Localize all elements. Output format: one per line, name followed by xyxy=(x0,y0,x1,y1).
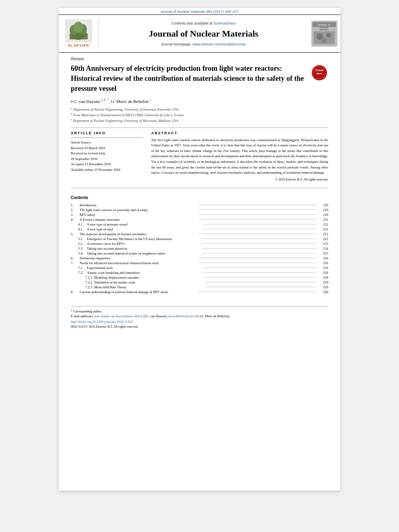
affiliation-b-text: Unité Matériaux et Transformation (UMET)… xyxy=(73,113,184,117)
affiliations: a Department of Nuclear Engineering, Uni… xyxy=(71,107,328,122)
toc-page: 212 xyxy=(318,237,328,241)
toc-number: 7. xyxy=(71,261,80,265)
sciencedirect-link[interactable]: ScienceDirect xyxy=(214,21,236,25)
svg-point-4 xyxy=(74,22,83,33)
toc-item: 1.Introduction210 xyxy=(71,203,328,207)
toc-item: 4.A French company innovates211 xyxy=(71,218,328,222)
toc-number: 5.2. xyxy=(78,242,87,246)
toc-item: 7.2.Atomic scale modeling and simulation… xyxy=(71,271,328,275)
email1-author: (J.C. van Duysen), xyxy=(143,314,167,318)
toc-label: RPV safety xyxy=(80,213,197,217)
toc-label: Atomic scale modeling and simulation xyxy=(87,271,201,275)
email-label: E-mail addresses: xyxy=(71,314,94,318)
footer-section: * Corresponding author. E-mail addresses… xyxy=(71,306,328,329)
toc-number: 7.2.3. xyxy=(85,285,94,289)
crossmark-badge: Cross Mark xyxy=(310,64,328,82)
email2-link[interactable]: mericdebelle@wisc.edu xyxy=(168,314,199,318)
toc-item: 4.1.A new type of pressure vessel211 xyxy=(71,222,328,226)
article-history-dates: Received 23 March 2016 Received in revis… xyxy=(71,146,143,173)
toc-dots xyxy=(199,210,317,210)
journal-logo-image: JOURNAL OF NUCLEAR MATERIALS xyxy=(311,21,337,47)
article-title-text: 60th Anniversary of electricity producti… xyxy=(71,64,304,92)
toc-number: 5. xyxy=(71,232,80,236)
article-history-label: Article history: xyxy=(71,140,143,144)
svg-text:Mark: Mark xyxy=(316,72,322,75)
affiliation-a: a Department of Nuclear Engineering, Uni… xyxy=(71,107,328,111)
toc-number: 1. xyxy=(71,203,80,207)
homepage-link[interactable]: www.elsevier.com/locate/jnucmat xyxy=(193,42,246,46)
toc-item: 5.1.Emergence of Fracture Mechanics in t… xyxy=(71,237,328,241)
copyright-line: © 2016 Elsevier B.V. All rights reserved… xyxy=(151,178,328,181)
contents-available-text: Contents lists available at ScienceDirec… xyxy=(171,21,236,25)
toc-number: 7.2.1. xyxy=(85,275,94,279)
toc-page: 218 xyxy=(318,271,328,275)
toc-item: 5.The stepwise development of fracture m… xyxy=(71,232,328,236)
toc-dots xyxy=(199,214,317,215)
toc-number: 7.1. xyxy=(78,266,87,270)
article-info-panel: ARTICLE INFO Article history: Received 2… xyxy=(71,131,143,181)
svg-point-13 xyxy=(321,38,327,43)
toc-item: 5.2.A reference curve for RPVs213 xyxy=(71,242,328,246)
date-revised-label: Received in revised form xyxy=(71,151,143,156)
toc-label: Mean field Rate Theory xyxy=(94,285,205,289)
abstract-title: ABSTRACT xyxy=(151,131,328,135)
toc-item: 7.2.2.Simulation at the atomic scale219 xyxy=(71,280,328,284)
toc-label: Needs for advanced microstructural chara… xyxy=(80,261,197,265)
toc-dots xyxy=(203,272,317,273)
email2-author: (G. Meric de Bellefon). xyxy=(200,314,230,318)
journal-logo-section: JOURNAL OF NUCLEAR MATERIALS xyxy=(308,18,340,49)
toc-number: 5.1. xyxy=(78,237,87,241)
toc-label: Emergence of Fracture Mechanics in the U… xyxy=(87,237,201,241)
toc-item: 3.RPV safety210 xyxy=(71,213,328,217)
toc-item: 4.2.A new type of steel212 xyxy=(71,227,328,231)
footer-copyright: 0022-3115/© 2016 Elsevier B.V. All right… xyxy=(71,325,328,329)
toc-dots xyxy=(199,234,317,234)
toc-dots xyxy=(203,253,317,253)
toc-number: 6. xyxy=(71,256,80,260)
toc-label: Introduction xyxy=(80,203,197,207)
toc-number: 3. xyxy=(71,213,80,217)
elsevier-logo-section: ELSEVIER xyxy=(59,18,99,49)
toc-label: The light water reactors of yesterday an… xyxy=(80,208,197,212)
toc-number: 5.3. xyxy=(78,246,87,251)
toc-page: 211 xyxy=(318,222,328,226)
journal-ref-text: Journal of Nuclear Materials 484 (2017) … xyxy=(160,10,239,14)
article-info-title: ARTICLE INFO xyxy=(71,131,143,135)
affiliation-a-text: Department of Nuclear Engineering, Unive… xyxy=(73,107,179,111)
corresponding-note: * Corresponding author. xyxy=(71,310,328,313)
svg-text:MATERIALS: MATERIALS xyxy=(320,29,329,31)
toc-item: 7.1.Experimental tools216 xyxy=(71,266,328,270)
toc-dots xyxy=(203,238,317,239)
section-divider-1 xyxy=(71,127,328,128)
toc-number: 5.4. xyxy=(78,251,87,255)
journal-reference: Journal of Nuclear Materials 484 (2017) … xyxy=(59,8,340,14)
toc-page: 210 xyxy=(318,213,328,217)
toc-label: Experimental tools xyxy=(87,266,201,270)
author1-sup: a, b, * xyxy=(101,98,109,102)
toc-page: 218 xyxy=(318,275,328,279)
abstract-text: The first light water nuclear reactor de… xyxy=(151,138,328,176)
toc-page: 211 xyxy=(318,218,328,222)
toc-label: A new type of steel xyxy=(87,227,201,231)
toc-item: 5.3.Taking into account plasticity214 xyxy=(71,246,328,251)
doi-link[interactable]: http://dx.doi.org/10.1016/j.jnucmat.2016… xyxy=(71,320,328,324)
toc-number: 4.2. xyxy=(78,227,87,231)
toc-number: 8. xyxy=(71,290,80,294)
email1-link[interactable]: jean-claude.van-duysen@ensc-lille.fr xyxy=(95,314,143,318)
content-body: Review 60th Anniversary of electricity p… xyxy=(59,53,340,337)
toc-number: 4. xyxy=(71,218,80,222)
toc-item: 6.Deleterious impurities216 xyxy=(71,256,328,260)
article-section-label: Review xyxy=(71,57,328,61)
toc-dots xyxy=(203,243,317,244)
toc-dots xyxy=(199,292,317,292)
toc-number: 7.2.2. xyxy=(85,280,94,284)
toc-page: 212 xyxy=(318,232,328,236)
toc-page: 216 xyxy=(318,256,328,260)
contents-heading: Contents xyxy=(71,195,328,200)
toc-dots xyxy=(203,224,317,224)
author2-sup: c xyxy=(150,98,151,102)
toc-page: 213 xyxy=(318,242,328,246)
article-info-divider xyxy=(71,138,143,138)
toc-label: Modeling displacement cascades xyxy=(94,275,205,279)
toc-number: 7.2. xyxy=(78,271,87,275)
